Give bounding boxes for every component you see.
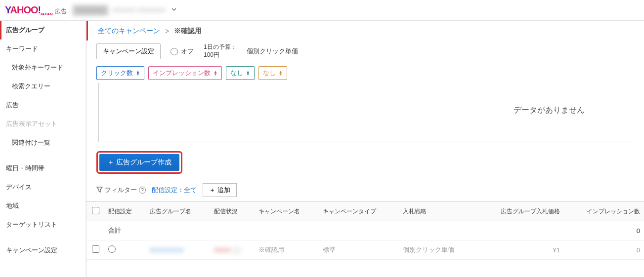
table-total-row: 合計 0	[86, 221, 644, 240]
breadcrumb: 全てのキャンペーン > ※確認用	[86, 21, 644, 40]
sort-icon: ▲▼	[279, 71, 283, 76]
breadcrumb-current: ※確認用	[174, 27, 202, 36]
row-bid-price: ¥1	[476, 240, 564, 260]
plus-icon: ＋	[209, 186, 217, 194]
col-header-5[interactable]: 入札戦略	[399, 202, 476, 221]
yahoo-logo: YAHOO! JAPAN 広告	[5, 4, 67, 16]
create-adgroup-highlight: ＋ 広告グループ作成	[96, 151, 182, 174]
metric-selector-2[interactable]: なし▲▼	[226, 66, 255, 80]
sidebar: 広告グループキーワード対象外キーワード検索クエリー広告広告表示アセット関連付け一…	[0, 21, 86, 277]
sidebar-item-10[interactable]: ターゲットリスト	[0, 215, 86, 234]
filter-icon	[96, 186, 103, 194]
campaign-summary-bar: キャンペーン設定 オフ 1日の予算： 100円 個別クリック単価	[86, 40, 644, 66]
row-campaign-type: 標準	[319, 240, 399, 260]
status-circle-icon	[108, 245, 116, 253]
col-header-7[interactable]: インプレッション数	[564, 202, 644, 221]
total-impressions: 0	[564, 221, 644, 240]
sidebar-item-2[interactable]: 対象外キーワード	[0, 58, 86, 77]
add-filter-button[interactable]: ＋ 追加	[203, 183, 237, 197]
chart-area: データがありません	[98, 83, 634, 142]
campaign-status[interactable]: オフ	[171, 47, 194, 56]
main-content: 全てのキャンペーン > ※確認用 キャンペーン設定 オフ 1日の予算： 100円…	[86, 21, 644, 277]
row-campaign-name: ※確認用	[255, 240, 319, 260]
status-text: オフ	[181, 47, 194, 56]
plus-icon: ＋	[107, 158, 114, 167]
col-header-2[interactable]: 配信状況	[210, 202, 255, 221]
create-adgroup-label: 広告グループ作成	[116, 158, 172, 167]
filter-bar: フィルター ? 配信設定：全て ＋ 追加	[86, 180, 644, 201]
select-all-checkbox[interactable]	[92, 207, 99, 214]
logo-suffix: 広告	[55, 7, 67, 16]
row-checkbox[interactable]	[92, 245, 99, 253]
account-chip[interactable]: XXXXXXX	[73, 5, 108, 16]
chevron-down-icon[interactable]	[171, 6, 177, 14]
sort-icon: ▲▼	[246, 71, 250, 76]
row-delivery-state: XXXXi	[210, 240, 255, 260]
chevron-right-icon: >	[165, 27, 169, 35]
sidebar-item-8[interactable]: デバイス	[0, 178, 86, 197]
sidebar-item-5: 広告表示アセット	[0, 115, 86, 133]
info-icon[interactable]: i	[233, 247, 240, 254]
filter-control[interactable]: フィルター ?	[96, 186, 146, 195]
bid-type: 個別クリック単価	[247, 47, 298, 56]
sidebar-item-7[interactable]: 曜日・時間帯	[0, 159, 86, 178]
metric-selector-0[interactable]: クリック数▲▼	[96, 66, 144, 80]
app-header: YAHOO! JAPAN 広告 XXXXXXX XXXXXX XXXXXXX	[0, 0, 644, 21]
delivery-setting-filter[interactable]: 配信設定：全て	[152, 186, 197, 195]
sidebar-item-11[interactable]: キャンペーン設定	[0, 241, 86, 260]
row-bid-strategy: 個別クリック単価	[399, 240, 476, 260]
sidebar-item-4[interactable]: 広告	[0, 96, 86, 115]
sidebar-item-6[interactable]: 関連付け一覧	[0, 133, 86, 152]
row-adgroup-name[interactable]: XXXXXXXX	[146, 240, 211, 260]
sidebar-item-3[interactable]: 検索クエリー	[0, 77, 86, 96]
col-header-3[interactable]: キャンペーン名	[255, 202, 319, 221]
metric-selector-3[interactable]: なし▲▼	[258, 66, 287, 80]
metric-selector-1[interactable]: インプレッション数▲▼	[148, 66, 222, 80]
sidebar-item-9[interactable]: 地域	[0, 197, 86, 215]
sort-icon: ▲▼	[214, 71, 217, 76]
breadcrumb-all-campaigns[interactable]: 全てのキャンペーン	[98, 27, 160, 36]
sort-icon: ▲▼	[136, 71, 140, 76]
status-off-icon	[171, 48, 178, 55]
campaign-settings-button[interactable]: キャンペーン設定	[96, 43, 161, 59]
table-row[interactable]: XXXXXXXX XXXXi ※確認用 標準 個別クリック単価 ¥1 0	[86, 240, 644, 260]
create-adgroup-button[interactable]: ＋ 広告グループ作成	[99, 154, 179, 171]
col-header-4[interactable]: キャンペーンタイプ	[319, 202, 399, 221]
sidebar-item-1[interactable]: キーワード	[0, 40, 86, 58]
row-delivery-status[interactable]	[104, 240, 146, 260]
help-icon[interactable]: ?	[139, 187, 146, 194]
col-header-6[interactable]: 広告グループ入札価格	[476, 202, 564, 221]
row-impressions: 0	[564, 240, 644, 260]
col-header-1[interactable]: 広告グループ名	[146, 202, 211, 221]
adgroup-table: 配信設定広告グループ名配信状況キャンペーン名キャンペーンタイプ入札戦略広告グルー…	[86, 201, 644, 260]
sidebar-item-0[interactable]: 広告グループ	[0, 21, 86, 40]
account-detail: XXXXXX XXXXXXX	[112, 7, 165, 14]
col-header-0[interactable]: 配信設定	[104, 202, 146, 221]
metric-selector-row: クリック数▲▼インプレッション数▲▼なし▲▼なし▲▼	[86, 66, 644, 83]
daily-budget: 1日の予算： 100円	[204, 43, 237, 59]
total-label: 合計	[104, 221, 146, 240]
chart-empty-message: データがありません	[514, 105, 585, 116]
